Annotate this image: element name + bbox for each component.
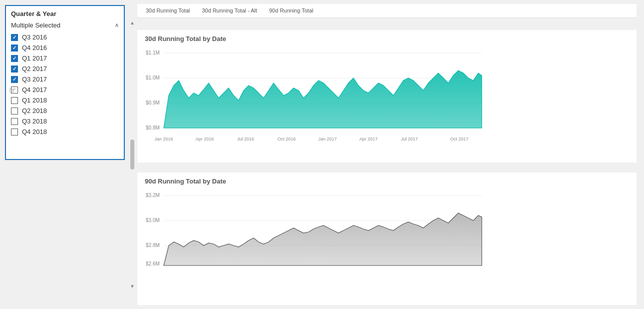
svg-text:$1.1M: $1.1M (146, 50, 160, 56)
svg-text:$0.8M: $0.8M (146, 125, 160, 130)
middle-divider: ▲ ▼ (130, 0, 135, 309)
filter-item[interactable]: Q4 2017☞ (6, 84, 124, 95)
filter-checkbox[interactable] (11, 128, 18, 136)
filter-checkbox[interactable] (11, 34, 18, 41)
filter-checkbox[interactable] (11, 76, 18, 83)
svg-text:Jul 2016: Jul 2016 (237, 136, 254, 142)
svg-text:$3.2M: $3.2M (146, 192, 160, 198)
filter-box: Quarter & Year Multiple Selected ∧ Q3 20… (5, 5, 125, 160)
chart2-title: 90d Running Total by Date (145, 178, 629, 185)
filter-item-label: Q4 2016 (22, 44, 47, 52)
svg-text:Jul 2017: Jul 2017 (401, 136, 418, 142)
filter-checkbox[interactable] (11, 55, 18, 62)
filter-multiple-selected: Multiple Selected (11, 22, 60, 29)
filter-item[interactable]: Q3 2017 (6, 74, 124, 84)
filter-header: Multiple Selected ∧ (6, 20, 124, 32)
filter-item-label: Q1 2018 (22, 96, 47, 104)
left-panel: Quarter & Year Multiple Selected ∧ Q3 20… (0, 0, 130, 309)
filter-item-label: Q3 2016 (22, 34, 47, 41)
svg-text:$3.0M: $3.0M (146, 218, 160, 223)
filter-checkbox[interactable] (11, 86, 18, 94)
svg-text:Jan 2017: Jan 2017 (318, 136, 336, 142)
svg-text:Jan 2016: Jan 2016 (154, 136, 173, 142)
svg-text:$1.0M: $1.0M (146, 75, 160, 80)
tabs-bar: 30d Running Total30d Running Total - Alt… (137, 4, 637, 18)
chart2-svg: $3.2M $3.0M $2.8M $2.6M (145, 188, 484, 283)
svg-text:$2.6M: $2.6M (146, 261, 160, 266)
filter-checkbox[interactable] (11, 97, 18, 104)
filter-item-label: Q4 2017 (22, 86, 47, 94)
filter-item-label: Q3 2017 (22, 76, 47, 83)
scroll-down-icon[interactable]: ▼ (130, 284, 135, 289)
tab-item[interactable]: 90d Running Total (263, 6, 319, 16)
filter-title: Quarter & Year (6, 10, 124, 20)
filter-item[interactable]: Q1 2018 (6, 95, 124, 106)
filter-item[interactable]: Q3 2018 (6, 116, 124, 126)
filter-item[interactable]: Q2 2018 (6, 106, 124, 116)
filter-item[interactable]: Q1 2017 (6, 53, 124, 64)
scroll-handle[interactable] (130, 140, 134, 170)
filter-item[interactable]: Q3 2016 (6, 32, 124, 42)
scroll-up-icon[interactable]: ▲ (130, 20, 135, 26)
filter-checkbox[interactable] (11, 108, 18, 114)
svg-text:Apr 2016: Apr 2016 (196, 136, 214, 142)
chart1-svg: $1.1M $1.0M $0.9M $0.8M (145, 46, 484, 146)
filter-item-label: Q2 2018 (22, 107, 47, 114)
filter-list: Q3 2016Q4 2016Q1 2017Q2 2017Q3 2017Q4 20… (6, 32, 124, 137)
filter-checkbox[interactable] (11, 118, 18, 125)
chart2-area: $3.2M $3.0M $2.8M $2.6M (145, 188, 629, 283)
filter-item-label: Q1 2017 (22, 54, 47, 62)
filter-item[interactable]: Q4 2016 (6, 42, 124, 53)
svg-text:$0.9M: $0.9M (146, 100, 160, 106)
svg-text:Oct 2017: Oct 2017 (450, 136, 469, 142)
tab-item[interactable]: 30d Running Total - Alt (196, 6, 263, 16)
tab-item[interactable]: 30d Running Total (140, 6, 196, 16)
filter-item-label: Q4 2018 (22, 128, 47, 136)
filter-item-label: Q2 2017 (22, 65, 47, 72)
filter-item-label: Q3 2018 (22, 118, 47, 125)
chevron-up-icon[interactable]: ∧ (115, 22, 119, 28)
chart1-title: 30d Running Total by Date (145, 35, 629, 42)
filter-checkbox[interactable] (11, 66, 18, 72)
filter-item[interactable]: Q4 2018 (6, 126, 124, 137)
filter-checkbox[interactable] (11, 44, 18, 52)
chart2-block: 90d Running Total by Date $3.2M $3.0M $2… (137, 172, 637, 305)
chart1-area: $1.1M $1.0M $0.9M $0.8M (145, 46, 629, 146)
svg-text:Oct 2016: Oct 2016 (278, 136, 296, 142)
main-layout: Quarter & Year Multiple Selected ∧ Q3 20… (0, 0, 644, 309)
svg-text:$2.8M: $2.8M (146, 242, 160, 248)
svg-text:Apr 2017: Apr 2017 (359, 136, 378, 142)
filter-item[interactable]: Q2 2017 (6, 64, 124, 74)
charts-section: 30d Running Total30d Running Total - Alt… (135, 0, 644, 309)
chart1-block: 30d Running Total by Date $1.1M $1.0M $0… (137, 30, 637, 162)
